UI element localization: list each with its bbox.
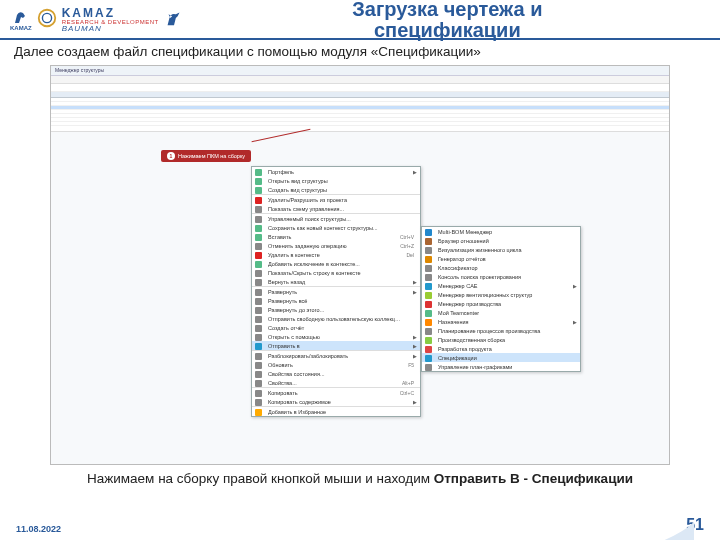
- menu-item-label: Показать/Скрыть строку в контексте: [268, 270, 361, 276]
- menu-item[interactable]: Открыть вид структуры: [252, 176, 420, 185]
- menu-shortcut: Ctrl+Z: [400, 243, 414, 249]
- svg-rect-43: [425, 355, 432, 362]
- bauman-horse-logo: [163, 7, 185, 33]
- menu-item[interactable]: Добавить исключение в контексте...: [252, 259, 420, 268]
- menu-item-label: Свойства...: [268, 380, 297, 386]
- app-titlebar: Менеджер структуры: [51, 66, 669, 76]
- svg-rect-24: [255, 371, 262, 378]
- menu-item[interactable]: Свойства состояния...: [252, 369, 420, 378]
- menu-item[interactable]: Отменить заданную операциюCtrl+Z: [252, 241, 420, 250]
- menu-item[interactable]: Генератор отчётов: [422, 254, 580, 263]
- svg-rect-27: [255, 399, 262, 406]
- menu-item[interactable]: Копировать содержимое▶: [252, 397, 420, 406]
- menu-item[interactable]: Менеджер CAE▶: [422, 281, 580, 290]
- menu-item[interactable]: Назначения▶: [422, 317, 580, 326]
- menu-item[interactable]: ВставитьCtrl+V: [252, 232, 420, 241]
- svg-rect-31: [425, 247, 432, 254]
- menu-item-icon: [424, 237, 433, 245]
- menu-item[interactable]: Показать схему управления...: [252, 204, 420, 213]
- menu-item[interactable]: Управление план-графиками: [422, 362, 580, 371]
- app-toolbar: [51, 76, 669, 84]
- menu-item[interactable]: Свойства...Alt+P: [252, 378, 420, 387]
- caption-bold: Отправить В - Спецификации: [434, 471, 633, 486]
- menu-item-icon: [254, 205, 263, 213]
- page-corner-icon: [660, 508, 694, 540]
- menu-item-label: Multi-BOM Менеджер: [438, 229, 492, 235]
- menu-item[interactable]: Планирование процессов производства: [422, 326, 580, 335]
- menu-item[interactable]: Развернуть всё: [252, 296, 420, 305]
- svg-rect-18: [255, 316, 262, 323]
- horse-head-icon: [11, 9, 31, 25]
- menu-item[interactable]: ОбновитьF5: [252, 360, 420, 369]
- slide-title: Загрузка чертежа и спецификации: [185, 0, 710, 41]
- menu-item[interactable]: Развернуть до этого...: [252, 305, 420, 314]
- menu-item-icon: [424, 309, 433, 317]
- menu-item[interactable]: Менеджер вентиляционных структур: [422, 290, 580, 299]
- menu-item-icon: [254, 306, 263, 314]
- menu-item[interactable]: Портфель▶: [252, 167, 420, 176]
- menu-item[interactable]: Классификатор: [422, 263, 580, 272]
- bauman-gear-logo: [36, 7, 58, 33]
- svg-rect-17: [255, 307, 262, 314]
- submenu-arrow-icon: ▶: [573, 283, 577, 289]
- menu-item[interactable]: Разработка продукта: [422, 344, 580, 353]
- svg-rect-32: [425, 256, 432, 263]
- menu-item[interactable]: Сохранить как новый контекст структуры..…: [252, 223, 420, 232]
- menu-item[interactable]: Браузер отношений: [422, 236, 580, 245]
- callout-badge: 1 Нажимаем ПКМ на сборку: [161, 150, 251, 162]
- svg-rect-7: [255, 216, 262, 223]
- menu-item-label: Разработка продукта: [438, 346, 492, 352]
- menu-item[interactable]: Создать отчёт: [252, 323, 420, 332]
- menu-item-label: Управляемый поиск структуры...: [268, 216, 351, 222]
- menu-item-icon: [424, 246, 433, 254]
- submenu-arrow-icon: ▶: [413, 289, 417, 295]
- menu-item[interactable]: Отправить в▶: [252, 341, 420, 350]
- svg-rect-14: [255, 279, 262, 286]
- menu-item-label: Удалить в контексте: [268, 252, 320, 258]
- menu-item-icon: [424, 273, 433, 281]
- callout-text: Нажимаем ПКМ на сборку: [178, 153, 245, 159]
- menu-item-label: Создать отчёт: [268, 325, 304, 331]
- menu-item[interactable]: Multi-BOM Менеджер: [422, 227, 580, 236]
- svg-rect-28: [255, 409, 262, 416]
- svg-rect-5: [255, 197, 262, 204]
- menu-item-icon: [254, 233, 263, 241]
- menu-item[interactable]: Показать/Скрыть строку в контексте: [252, 268, 420, 277]
- menu-item[interactable]: Визуализация жизненного цикла: [422, 245, 580, 254]
- menu-item-label: Удалить/Разрушить из проекта: [268, 197, 347, 203]
- menu-item[interactable]: Удалить/Разрушить из проекта: [252, 194, 420, 204]
- footer-date: 11.08.2022: [16, 524, 61, 534]
- menu-item-icon: [254, 324, 263, 332]
- svg-rect-22: [255, 353, 262, 360]
- svg-rect-10: [255, 243, 262, 250]
- menu-item[interactable]: КопироватьCtrl+C: [252, 387, 420, 397]
- menu-item[interactable]: Развернуть▶: [252, 286, 420, 296]
- menu-item[interactable]: Мой Teamcenter: [422, 308, 580, 317]
- svg-point-0: [38, 10, 55, 27]
- menu-item[interactable]: Удалить в контекстеDel: [252, 250, 420, 259]
- svg-rect-20: [255, 334, 262, 341]
- svg-rect-33: [425, 265, 432, 272]
- menu-item[interactable]: Разблокировать/заблокировать▶: [252, 350, 420, 360]
- menu-item[interactable]: Консоль поиска проектирования: [422, 272, 580, 281]
- menu-item-label: Обновить: [268, 362, 293, 368]
- page-number: 51: [686, 516, 704, 534]
- svg-rect-6: [255, 206, 262, 213]
- title-line-2: спецификации: [185, 20, 710, 41]
- menu-item[interactable]: Управляемый поиск структуры...: [252, 213, 420, 223]
- menu-item-label: Отправить в: [268, 343, 300, 349]
- menu-item[interactable]: Добавить в Избранное: [252, 406, 420, 416]
- svg-rect-23: [255, 362, 262, 369]
- menu-item-icon: [254, 269, 263, 277]
- svg-point-1: [42, 13, 51, 22]
- menu-item[interactable]: Отправить свободную пользовательскую кол…: [252, 314, 420, 323]
- menu-item-icon: [254, 242, 263, 250]
- menu-item[interactable]: Производственная сборка: [422, 335, 580, 344]
- menu-item-label: Производственная сборка: [438, 337, 505, 343]
- menu-item[interactable]: Вернуть назад▶: [252, 277, 420, 286]
- menu-item[interactable]: Менеджер производства: [422, 299, 580, 308]
- menu-item[interactable]: Создать вид структуры: [252, 185, 420, 194]
- menu-item[interactable]: Открыть с помощью▶: [252, 332, 420, 341]
- menu-item[interactable]: Спецификации: [422, 353, 580, 362]
- menu-item-icon: [424, 318, 433, 326]
